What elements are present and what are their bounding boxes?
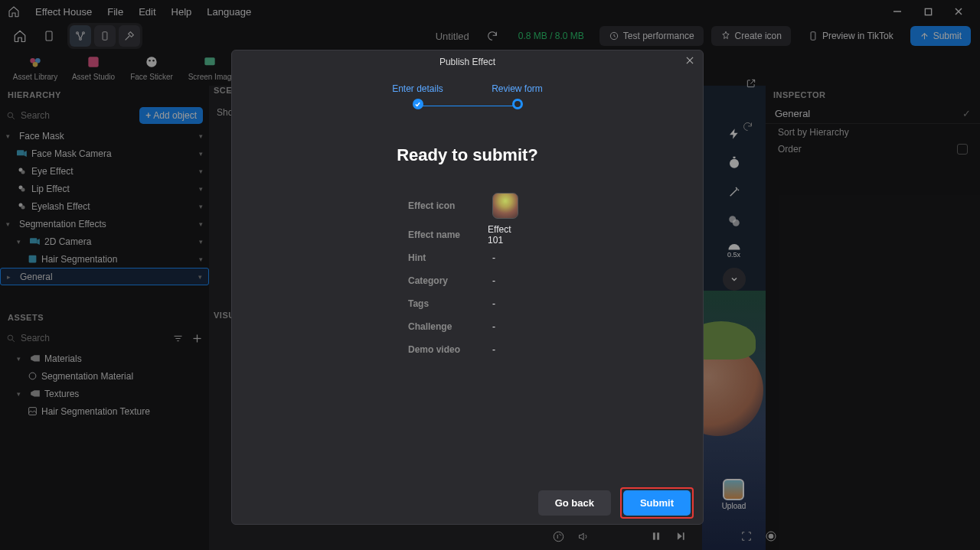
stepper: Enter details Review form bbox=[232, 73, 703, 119]
effect-name-value: Effect 101 bbox=[488, 224, 527, 246]
go-back-button[interactable]: Go back bbox=[538, 490, 611, 516]
effect-name-label: Effect name bbox=[408, 229, 488, 240]
challenge-label: Challenge bbox=[408, 321, 492, 332]
hint-label: Hint bbox=[408, 252, 492, 263]
step2-dot-icon bbox=[512, 99, 523, 109]
category-value: - bbox=[492, 275, 495, 286]
hint-value: - bbox=[492, 252, 495, 263]
effect-icon-preview bbox=[492, 193, 518, 219]
publish-modal: Publish Effect Enter details Review form… bbox=[231, 50, 704, 525]
modal-title: Publish Effect bbox=[439, 57, 495, 67]
step1-dot-icon bbox=[413, 99, 423, 109]
effect-icon-label: Effect icon bbox=[408, 200, 492, 211]
challenge-value: - bbox=[492, 321, 495, 332]
demo-video-value: - bbox=[492, 344, 495, 355]
modal-submit-button[interactable]: Submit bbox=[623, 490, 691, 516]
category-label: Category bbox=[408, 275, 492, 286]
tags-value: - bbox=[492, 298, 495, 309]
ready-heading: Ready to submit? bbox=[278, 145, 657, 165]
close-icon[interactable] bbox=[684, 55, 695, 66]
demo-video-label: Demo video bbox=[408, 344, 492, 355]
step-enter-details: Enter details bbox=[392, 83, 443, 94]
step-review-form: Review form bbox=[492, 83, 543, 94]
submit-highlight: Submit bbox=[620, 487, 694, 519]
tags-label: Tags bbox=[408, 298, 492, 309]
